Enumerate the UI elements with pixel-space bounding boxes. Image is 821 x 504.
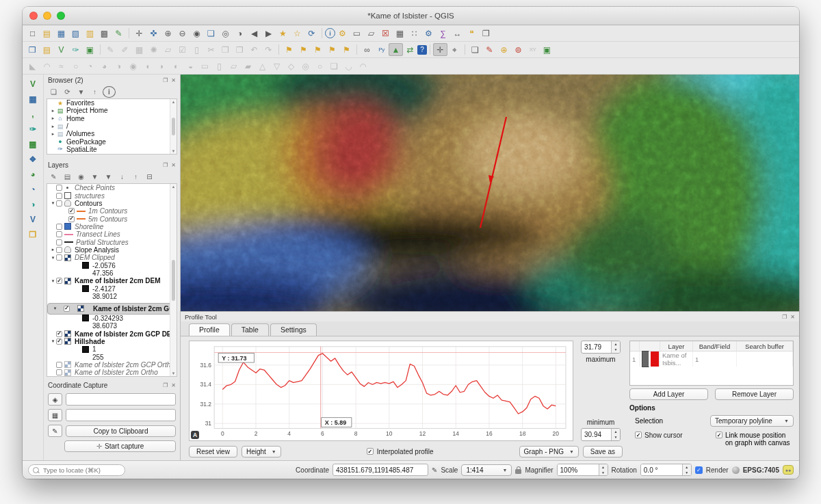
- expander-icon[interactable]: ▾: [50, 200, 56, 206]
- zoom-in-icon[interactable]: ⊕: [161, 27, 175, 40]
- zoom-last-icon[interactable]: ◀: [247, 27, 261, 40]
- browser-item-label[interactable]: Favorites: [66, 99, 94, 107]
- browser-item-home[interactable]: ▸ ⌂ Home: [47, 115, 177, 122]
- profile-chart[interactable]: 024681012141618203131.231.431.6Y : 31.73…: [189, 341, 573, 441]
- add-feature-icon[interactable]: ✺: [146, 43, 161, 56]
- filter-expression-icon[interactable]: ▼: [103, 172, 114, 182]
- run-feature-action-icon[interactable]: ⚙: [335, 27, 350, 40]
- crs-globe-icon[interactable]: [732, 466, 740, 474]
- regular-polygon-corner-icon[interactable]: ◇: [284, 59, 298, 72]
- open-attribute-table-icon[interactable]: ▦: [393, 27, 407, 40]
- layer-row[interactable]: 47.356: [47, 269, 177, 277]
- save-project-icon[interactable]: ▦: [54, 27, 68, 40]
- coordinate-capture-icon[interactable]: ✛: [433, 43, 447, 56]
- render-checkbox[interactable]: ✓: [695, 466, 703, 474]
- track-mouse-icon[interactable]: ✎: [48, 425, 62, 437]
- browser-item-spatialite[interactable]: ✑ SpatiaLite: [47, 146, 177, 153]
- table-row[interactable]: 1 Kame of Isbis... 1: [630, 352, 793, 361]
- zoom-next-icon[interactable]: ▶: [261, 27, 276, 40]
- float-panel-icon[interactable]: ❐: [163, 162, 168, 168]
- layer-checkbox[interactable]: ✓: [56, 339, 62, 345]
- ellipse-extent-icon[interactable]: ◐: [169, 59, 183, 72]
- layer-label[interactable]: 38.9012: [92, 293, 117, 300]
- add-layer-button[interactable]: Add Layer: [629, 388, 708, 400]
- layer-label[interactable]: 38.6073: [92, 322, 117, 330]
- selection-mode-select[interactable]: Temporary polyline▼: [710, 415, 794, 427]
- crs-selector-icon[interactable]: ◈: [48, 393, 62, 406]
- copy-canvas-icon[interactable]: ❏: [468, 43, 482, 56]
- regular-polygon-2points-icon[interactable]: △: [255, 59, 270, 72]
- profile-layers-table[interactable]: LayerBand/FieldSearch buffer 1 Kame of I…: [629, 341, 794, 386]
- browser-item-label[interactable]: SpatiaLite: [66, 146, 96, 153]
- rectangle-3points-proj-icon[interactable]: ▰: [241, 59, 255, 72]
- python-console-icon[interactable]: Py: [374, 43, 389, 56]
- new-geopackage-layer-icon[interactable]: ▣: [83, 43, 97, 56]
- statistics-summary-icon[interactable]: ∑: [436, 27, 450, 40]
- layer-checkbox[interactable]: [56, 239, 62, 246]
- stepper-icon[interactable]: ▲▼: [611, 341, 620, 353]
- layer-checkbox[interactable]: [56, 362, 62, 368]
- maximum-spinbox[interactable]: 31.79 ▲▼: [581, 341, 621, 354]
- layer-label[interactable]: DEM Clipped: [75, 254, 115, 261]
- layer-row[interactable]: ✓ 1m Contours: [47, 207, 177, 215]
- undo-icon[interactable]: ↶: [247, 43, 261, 56]
- layer-row[interactable]: Partial Structures: [47, 238, 177, 246]
- layer-checkbox[interactable]: ✓: [64, 306, 70, 312]
- capture-coordinate-canvas-input[interactable]: [66, 409, 176, 421]
- layer-checkbox[interactable]: [56, 185, 62, 191]
- layer-label[interactable]: Kame of Isbister 2cm Ortho: [75, 369, 158, 376]
- minimize-window-button[interactable]: [43, 12, 51, 20]
- osm-place-search-icon[interactable]: ∞: [360, 43, 374, 56]
- filter-legend-icon[interactable]: ▼: [89, 172, 101, 182]
- minimum-spinbox[interactable]: 30.94 ▲▼: [581, 428, 621, 441]
- layer-row[interactable]: ▾ ✓ Hillshade: [47, 338, 177, 345]
- layer-row[interactable]: Kame of Isbister 2cm GCP Ortho: [47, 361, 177, 369]
- browser-collapse-icon[interactable]: ↑: [89, 87, 101, 97]
- add-delimited-text-icon[interactable]: ,: [25, 107, 41, 121]
- layer-label[interactable]: -2.0576: [92, 262, 116, 269]
- processing-toolbox-icon[interactable]: ⚙: [421, 27, 436, 40]
- xy-tool-icon[interactable]: XY: [525, 43, 540, 56]
- lock-scale-icon[interactable]: [515, 469, 521, 474]
- layer-label[interactable]: Kame of Isbister 2cm GCP DEM: [93, 305, 177, 313]
- capture-coordinate-crs-input[interactable]: [66, 393, 176, 406]
- toolbar-separator[interactable]: [129, 28, 129, 38]
- browser-item-label[interactable]: GeoPackage: [66, 138, 106, 146]
- expander-icon[interactable]: ▸: [50, 131, 56, 137]
- modify-attributes-icon[interactable]: ☑: [175, 43, 190, 56]
- ellipse-foci-icon[interactable]: ◒: [183, 59, 198, 72]
- save-as-button[interactable]: Save as: [583, 446, 623, 457]
- layer-row[interactable]: -2.4127: [47, 284, 177, 292]
- series-color-swatch[interactable]: [651, 352, 660, 367]
- select-freehand-icon[interactable]: ▱: [364, 27, 378, 40]
- rectangle-extent-icon[interactable]: ▯: [212, 59, 226, 72]
- metasearch-icon[interactable]: ❒: [25, 228, 41, 241]
- extents-pen-icon[interactable]: ✎: [432, 466, 437, 474]
- layer-label[interactable]: Slope Analysis: [75, 246, 119, 254]
- vertex-tool-icon[interactable]: ▱: [161, 43, 175, 56]
- circle-3points-icon[interactable]: ◔: [83, 59, 97, 72]
- field-calculator-icon[interactable]: ∷: [407, 27, 421, 40]
- identify-features-icon[interactable]: i: [325, 28, 335, 38]
- browser-filter-icon[interactable]: ▼: [75, 87, 87, 97]
- layer-checkbox[interactable]: ✓: [68, 216, 75, 222]
- help-contents-icon[interactable]: ?: [417, 45, 427, 55]
- toolbar-separator[interactable]: [465, 44, 465, 55]
- refresh-map-icon[interactable]: ⟳: [304, 27, 319, 40]
- layer-checkbox[interactable]: [56, 200, 62, 207]
- interpolated-profile-checkbox[interactable]: ✓: [367, 448, 374, 455]
- layer-label[interactable]: Check Points: [75, 184, 115, 191]
- add-ring-icon[interactable]: ○: [313, 59, 327, 72]
- measure-line-icon[interactable]: ↔: [450, 27, 465, 40]
- layer-labeling-icon[interactable]: ⚑: [282, 43, 296, 56]
- add-mesh-layer-icon[interactable]: ❖: [25, 152, 41, 166]
- new-map-view-icon[interactable]: ❐: [479, 27, 493, 40]
- expander-icon[interactable]: ▸: [50, 108, 56, 114]
- add-wcs-layer-icon[interactable]: ◔: [25, 183, 41, 196]
- zoom-full-icon[interactable]: ❏: [204, 27, 218, 40]
- fill-ring-icon[interactable]: ◎: [298, 59, 313, 72]
- add-virtual-raster-icon[interactable]: ▩: [25, 137, 41, 151]
- label-move-icon[interactable]: ⚑: [339, 43, 354, 56]
- coordinate-input[interactable]: [333, 464, 428, 476]
- open-project-icon[interactable]: ▤: [40, 27, 54, 40]
